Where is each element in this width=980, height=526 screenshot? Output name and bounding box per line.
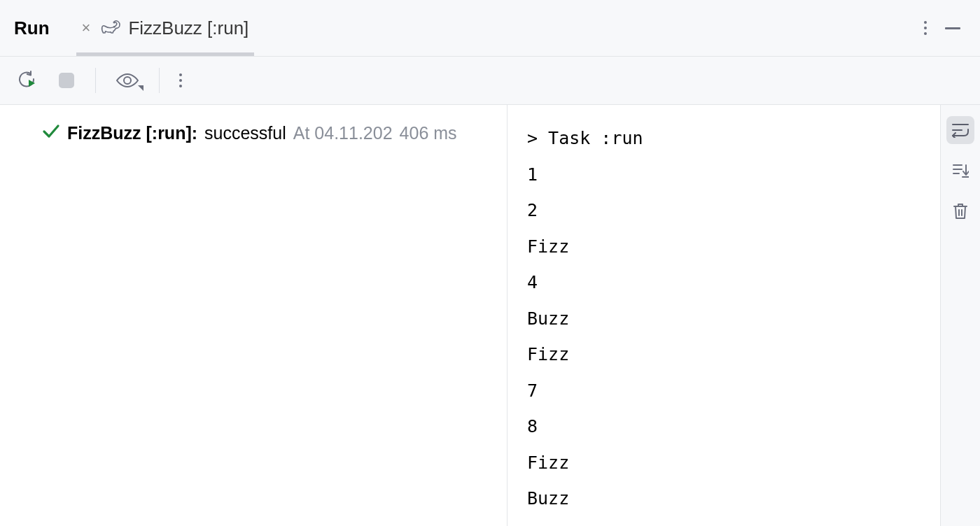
divider — [95, 68, 96, 93]
tab-active-indicator — [76, 52, 255, 56]
run-config-tab[interactable]: × FizzBuzz [:run] — [76, 0, 255, 56]
close-tab-icon[interactable]: × — [82, 20, 91, 36]
clear-all-button[interactable] — [946, 197, 974, 225]
header-actions — [924, 21, 973, 35]
console-line: Fizz — [527, 445, 940, 481]
header-bar: Run × FizzBuzz [:run] — [0, 0, 980, 56]
tab-label: FizzBuzz [:run] — [128, 17, 248, 39]
minimize-button[interactable] — [945, 27, 960, 29]
test-tree-panel: FizzBuzz [:run]: successful At 04.11.202… — [0, 105, 507, 526]
console-line: 4 — [527, 264, 940, 301]
console-line: Fizz — [527, 336, 940, 373]
toolbar — [0, 57, 980, 104]
soft-wrap-button[interactable] — [946, 116, 974, 144]
main-area: FizzBuzz [:run]: successful At 04.11.202… — [0, 105, 980, 526]
rerun-button[interactable] — [17, 70, 38, 91]
console-line: 7 — [527, 373, 940, 409]
console-line: Fizz — [527, 229, 940, 265]
console-output-panel[interactable]: > Task :run 1 2 Fizz 4 Buzz Fizz 7 8 Fiz… — [507, 105, 940, 526]
console-line: Buzz — [527, 481, 940, 517]
svg-point-0 — [114, 27, 115, 27]
console-gutter — [940, 105, 980, 526]
console-line: Buzz — [527, 301, 940, 337]
console-line: 2 — [527, 192, 940, 229]
run-date-text: At 04.11.202 — [293, 123, 393, 143]
panel-title: Run — [14, 17, 50, 39]
more-options-button[interactable] — [924, 21, 927, 35]
divider — [159, 68, 160, 93]
console-line: 1 — [527, 157, 940, 193]
view-options-button[interactable] — [115, 72, 139, 89]
console-task-header: > Task :run — [527, 120, 940, 157]
stop-button[interactable] — [57, 71, 76, 90]
svg-rect-1 — [59, 73, 74, 88]
run-result-text: successful — [204, 123, 286, 143]
run-config-name: FizzBuzz [:run]: — [67, 123, 197, 143]
run-duration-text: 406 ms — [400, 123, 457, 143]
run-status-row[interactable]: FizzBuzz [:run]: successful At 04.11.202… — [42, 122, 500, 144]
success-check-icon — [42, 122, 60, 144]
console-line: 8 — [527, 408, 940, 445]
gradle-elephant-icon — [100, 20, 121, 36]
scroll-to-end-button[interactable] — [946, 157, 974, 185]
toolbar-more-button[interactable] — [179, 73, 182, 87]
svg-point-2 — [124, 77, 131, 84]
